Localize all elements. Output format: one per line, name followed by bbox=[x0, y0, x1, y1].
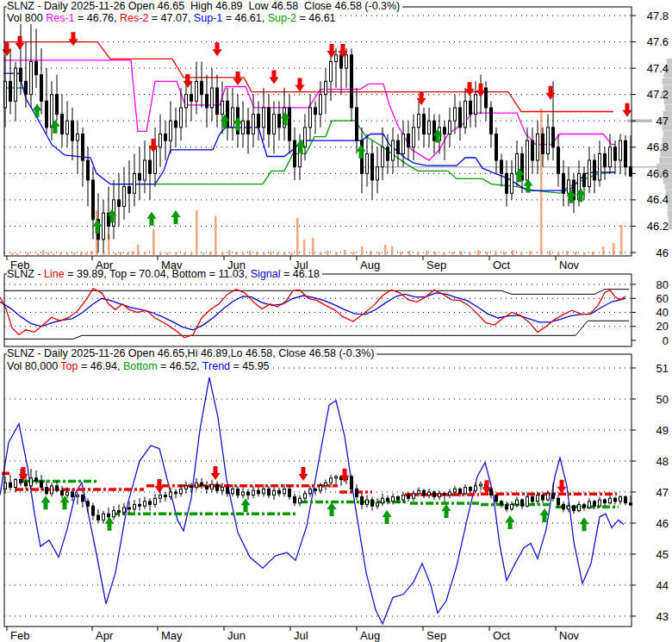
candle-body bbox=[568, 506, 570, 509]
candle-body bbox=[61, 115, 64, 134]
candle-body bbox=[46, 488, 48, 494]
volume-bar bbox=[132, 251, 134, 255]
volume-bar bbox=[557, 252, 560, 255]
y-axis-label: 46.6 bbox=[647, 167, 669, 180]
volume-bar bbox=[549, 251, 551, 255]
volume-bar bbox=[242, 252, 245, 255]
volume-bar bbox=[256, 252, 258, 255]
volume-bar bbox=[486, 252, 488, 255]
candle-body bbox=[547, 128, 550, 154]
candle-body bbox=[139, 504, 141, 506]
candle-body bbox=[573, 506, 576, 510]
y-axis-label: 47 bbox=[656, 115, 669, 128]
candle-body bbox=[165, 496, 167, 497]
volume-bar bbox=[16, 253, 19, 255]
candle-body bbox=[268, 489, 271, 495]
volume-bar bbox=[73, 252, 76, 255]
buy-arrow-icon bbox=[33, 103, 42, 117]
volume-bar bbox=[175, 252, 177, 255]
candle-body bbox=[521, 500, 524, 506]
sell-arrow-icon bbox=[476, 84, 486, 97]
y-axis-label: 47.4 bbox=[647, 62, 669, 75]
legend-item: Vol 800 bbox=[7, 12, 46, 24]
x-axis-label: Apr bbox=[96, 629, 114, 642]
candle-body bbox=[227, 488, 229, 494]
buy-arrow-icon bbox=[506, 515, 515, 529]
candle-body bbox=[532, 496, 534, 501]
candle-body bbox=[40, 481, 43, 487]
candle-body bbox=[294, 140, 296, 167]
volume-bar bbox=[477, 250, 480, 255]
candle-body bbox=[190, 486, 193, 488]
candle-body bbox=[516, 153, 519, 173]
candle-body bbox=[490, 489, 493, 495]
candle-body bbox=[511, 504, 513, 508]
candle-body bbox=[537, 134, 539, 161]
candle-body bbox=[526, 496, 529, 506]
volume-bar bbox=[221, 252, 224, 255]
candle-body bbox=[216, 88, 219, 115]
panel3-title: SLNZ - Daily 2025-11-26 Open 46.65,Hi 46… bbox=[7, 348, 376, 359]
sell-arrow-icon bbox=[213, 42, 222, 56]
volume-bar bbox=[335, 252, 338, 255]
candle-body bbox=[242, 492, 245, 496]
legend-item: = 46.18 bbox=[280, 268, 320, 280]
candle-body bbox=[278, 115, 281, 128]
candle-body bbox=[314, 108, 317, 115]
sell-arrow-icon bbox=[557, 480, 567, 494]
x-axis-label: Aug bbox=[360, 259, 380, 271]
panel2-legend: SLNZ - Line = 39.89, Top = 70.04, Bottom… bbox=[7, 269, 322, 280]
sell-arrow-icon bbox=[16, 36, 25, 50]
candle-body bbox=[309, 108, 312, 128]
volume-bar bbox=[503, 252, 506, 255]
volume-bar bbox=[159, 252, 162, 255]
x-axis-label: Oct bbox=[493, 259, 511, 271]
x-axis-label: Jun bbox=[227, 629, 246, 642]
y-axis-label: 20 bbox=[656, 320, 669, 333]
legend-item: SLNZ - bbox=[7, 268, 44, 280]
candle-body bbox=[495, 496, 498, 502]
candle-body bbox=[382, 498, 384, 502]
candle-body bbox=[599, 500, 601, 506]
candle-body bbox=[557, 498, 560, 504]
candle-body bbox=[532, 140, 534, 160]
candle-body bbox=[232, 489, 234, 493]
candle-body bbox=[599, 153, 601, 180]
candle-body bbox=[392, 496, 395, 501]
candle-body bbox=[108, 514, 110, 517]
legend-item: = 46.61 bbox=[296, 12, 336, 24]
sell-arrow-icon bbox=[211, 466, 221, 480]
x-axis-label: Nov bbox=[559, 259, 580, 271]
candle-body bbox=[609, 498, 612, 502]
candle-body bbox=[614, 147, 617, 160]
candle-body bbox=[77, 134, 79, 141]
candle-body bbox=[289, 108, 291, 140]
candle-body bbox=[309, 489, 312, 493]
candle-body bbox=[51, 95, 53, 128]
volume-bar bbox=[283, 252, 286, 255]
y-axis-label: 46 bbox=[656, 517, 669, 530]
volume-bar bbox=[120, 252, 122, 255]
buy-arrow-icon bbox=[60, 496, 70, 509]
candle-body bbox=[25, 81, 28, 94]
volume-bar bbox=[37, 253, 40, 255]
charts-canvas[interactable]: 47.847.647.447.24746.846.646.446.246FebA… bbox=[0, 0, 672, 642]
candle-body bbox=[470, 101, 472, 114]
candle-body bbox=[413, 494, 415, 498]
buy-arrow-icon bbox=[357, 145, 366, 159]
legend-item: Signal bbox=[251, 268, 281, 280]
candle-body bbox=[428, 492, 431, 496]
volume-bar bbox=[391, 246, 394, 255]
candle-body bbox=[454, 108, 457, 121]
candle-body bbox=[325, 81, 327, 94]
volume-profile-bar bbox=[662, 78, 672, 84]
candle-body bbox=[263, 108, 265, 128]
resistance2-line bbox=[3, 42, 613, 112]
candle-body bbox=[185, 486, 188, 489]
candle-body bbox=[123, 508, 126, 512]
y-axis-label: 45 bbox=[656, 548, 669, 561]
candle-body bbox=[103, 514, 105, 520]
candle-body bbox=[501, 502, 503, 505]
candle-body bbox=[402, 496, 405, 500]
volume-bar bbox=[408, 251, 411, 255]
